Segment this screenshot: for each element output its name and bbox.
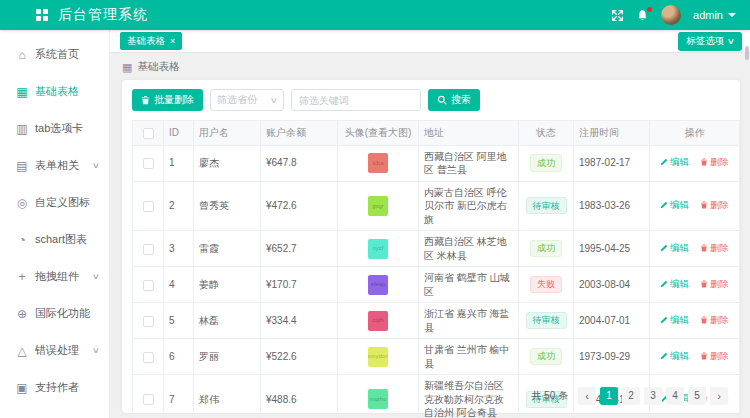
table-icon: ▦ xyxy=(15,85,29,99)
cell-address: 浙江省 嘉兴市 海盐县 xyxy=(419,303,519,339)
topbar-actions: admin xyxy=(611,5,736,25)
edit-label: 编辑 xyxy=(670,242,689,255)
user-menu[interactable]: admin xyxy=(693,9,736,21)
delete-label: 删除 xyxy=(710,278,729,291)
next-page-button[interactable]: › xyxy=(710,387,728,405)
tab-basic-table[interactable]: 基础表格 × xyxy=(120,32,182,50)
edit-button[interactable]: 编辑 xyxy=(660,242,689,255)
sidebar-item-error[interactable]: △ 错误处理 ∨ xyxy=(0,332,109,369)
delete-button[interactable]: 删除 xyxy=(700,199,729,212)
avatar-thumbnail[interactable]: cqfh xyxy=(368,311,388,331)
close-icon[interactable]: × xyxy=(170,37,175,46)
prev-page-button[interactable]: ‹ xyxy=(578,387,596,405)
cell-balance: ¥652.7 xyxy=(261,231,338,267)
delete-button[interactable]: 删除 xyxy=(700,242,729,255)
sidebar-item-drag[interactable]: + 拖拽组件 ∨ xyxy=(0,258,109,295)
drag-icon: + xyxy=(15,270,29,284)
row-checkbox[interactable] xyxy=(143,316,154,327)
page-button-5[interactable]: 5 xyxy=(688,387,706,405)
row-checkbox[interactable] xyxy=(143,244,154,255)
select-all-checkbox[interactable] xyxy=(143,128,154,139)
trash-icon xyxy=(700,316,708,324)
delete-button[interactable]: 删除 xyxy=(700,314,729,327)
app-title: 后台管理系统 xyxy=(58,6,148,24)
page-button-1[interactable]: 1 xyxy=(600,387,618,405)
batch-delete-button[interactable]: 批量删除 xyxy=(132,89,203,111)
table-row: 4 姜静 ¥170.7 sfeap 河南省 鹤壁市 山城区 失败 2003-08… xyxy=(133,267,740,303)
edit-button[interactable]: 编辑 xyxy=(660,156,689,169)
sidebar-item-i18n[interactable]: ⊕ 国际化功能 ∨ xyxy=(0,295,109,332)
smile-icon: ◎ xyxy=(15,196,29,210)
cell-balance: ¥647.8 xyxy=(261,145,338,181)
avatar-thumbnail[interactable]: gxgr xyxy=(368,196,388,216)
sidebar-item-base-table[interactable]: ▦ 基础表格 ∨ xyxy=(0,73,109,110)
user-avatar[interactable] xyxy=(661,5,681,25)
avatar-thumbnail[interactable]: sfeap xyxy=(368,275,388,295)
sidebar-item-donate[interactable]: ▣ 支持作者 ∨ xyxy=(0,369,109,406)
sidebar-menu: ⌂ 系统首页 ∨ ▦ 基础表格 ∨ ▥ tab选项卡 ∨ ▤ 表单相关 ∨ ◎ … xyxy=(0,30,110,418)
delete-button[interactable]: 删除 xyxy=(700,350,729,363)
chevron-down-icon: ∨ xyxy=(92,272,100,281)
tag-options-button[interactable]: 标签选项 ∨ xyxy=(678,32,742,51)
breadcrumb: ▦ 基础表格 xyxy=(122,60,740,74)
sidebar-item-schart[interactable]: ◔ schart图表 ∨ xyxy=(0,221,109,258)
scrollbar-thumb[interactable] xyxy=(745,46,749,60)
header-username: 用户名 xyxy=(194,121,261,146)
delete-label: 删除 xyxy=(710,314,729,327)
user-name-label: admin xyxy=(693,9,723,21)
main-area: 基础表格 × 标签选项 ∨ ▦ 基础表格 xyxy=(110,30,750,418)
globe-icon: ⊕ xyxy=(15,307,29,321)
cell-address: 甘肃省 兰州市 榆中县 xyxy=(419,339,519,375)
pencil-icon xyxy=(660,158,668,166)
sidebar-item-home[interactable]: ⌂ 系统首页 ∨ xyxy=(0,36,109,73)
notification-dot xyxy=(647,7,652,12)
sidebar-item-custom-icon[interactable]: ◎ 自定义图标 ∨ xyxy=(0,184,109,221)
trash-icon xyxy=(141,95,150,105)
avatar-thumbnail[interactable]: lcba xyxy=(368,153,388,173)
search-label: 搜索 xyxy=(451,93,471,107)
sidebar-item-form[interactable]: ▤ 表单相关 ∨ xyxy=(0,147,109,184)
page-button-2[interactable]: 2 xyxy=(622,387,640,405)
pencil-icon xyxy=(660,201,668,209)
pencil-icon xyxy=(660,280,668,288)
avatar-thumbnail[interactable]: nycf xyxy=(368,239,388,259)
table-body: 1 廖杰 ¥647.8 lcba 西藏自治区 阿里地区 普兰县 成功 1987-… xyxy=(133,145,740,418)
trash-icon xyxy=(700,280,708,288)
menu-grid-icon[interactable] xyxy=(36,9,48,21)
cell-balance: ¥170.7 xyxy=(261,267,338,303)
row-checkbox[interactable] xyxy=(143,352,154,363)
delete-button[interactable]: 删除 xyxy=(700,278,729,291)
keyword-input[interactable] xyxy=(291,89,421,111)
page-button-4[interactable]: 4 xyxy=(666,387,684,405)
edit-button[interactable]: 编辑 xyxy=(660,199,689,212)
row-checkbox[interactable] xyxy=(143,158,154,169)
cell-regtime: 1995-04-25 xyxy=(574,231,650,267)
row-checkbox[interactable] xyxy=(143,280,154,291)
page-button-3[interactable]: 3 xyxy=(644,387,662,405)
delete-button[interactable]: 删除 xyxy=(700,156,729,169)
cell-address: 内蒙古自治区 呼伦贝尔市 新巴尔虎右旗 xyxy=(419,181,519,231)
edit-label: 编辑 xyxy=(670,350,689,363)
header-id: ID xyxy=(164,121,194,146)
edit-label: 编辑 xyxy=(670,314,689,327)
edit-button[interactable]: 编辑 xyxy=(660,314,689,327)
chart-icon: ◔ xyxy=(15,233,29,247)
header-status: 状态 xyxy=(519,121,574,146)
cell-username: 罗丽 xyxy=(194,339,261,375)
chevron-down-icon: ∨ xyxy=(727,37,735,46)
row-checkbox[interactable] xyxy=(143,201,154,212)
edit-button[interactable]: 编辑 xyxy=(660,350,689,363)
search-button[interactable]: 搜索 xyxy=(428,89,480,111)
notification-bell-icon[interactable] xyxy=(636,9,649,22)
cell-regtime: 1983-03-26 xyxy=(574,181,650,231)
avatar-thumbnail[interactable]: xmydon xyxy=(368,347,388,367)
app-logo: 后台管理系统 xyxy=(36,6,148,24)
tag-options-label: 标签选项 xyxy=(686,35,724,48)
cell-username: 雷霞 xyxy=(194,231,261,267)
province-select[interactable]: 筛选省份 ∨ xyxy=(210,89,284,111)
cell-id: 3 xyxy=(164,231,194,267)
header-operations: 操作 xyxy=(650,121,740,146)
fullscreen-icon[interactable] xyxy=(611,9,624,22)
edit-button[interactable]: 编辑 xyxy=(660,278,689,291)
sidebar-item-tabs[interactable]: ▥ tab选项卡 ∨ xyxy=(0,110,109,147)
